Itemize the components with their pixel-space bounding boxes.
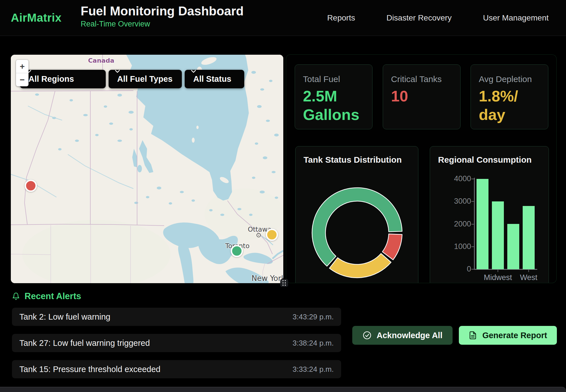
stat-value-line: Gallons <box>303 105 359 124</box>
alert-time: 3:38:24 p.m. <box>292 339 334 348</box>
bar-region-0 <box>477 179 488 269</box>
stat-label: Total Fuel <box>303 74 340 84</box>
recent-alerts-heading: Recent Alerts <box>12 291 81 301</box>
chevron-down-icon <box>191 70 196 73</box>
y-tick-label: 0 <box>430 265 471 273</box>
alert-time: 3:33:24 p.m. <box>292 365 334 374</box>
map-zoom-control: + − <box>16 60 28 86</box>
map-label-new-york: New York <box>251 274 283 283</box>
regional-consumption-chart-card: Regional Consumption 01000200030004000Mi… <box>430 146 549 283</box>
chart-title: Tank Status Distribution <box>304 155 402 165</box>
alert-time: 3:43:29 p.m. <box>292 313 334 321</box>
acknowledge-all-label: Acknowledge All <box>377 331 443 340</box>
bar-region-1 <box>492 201 504 269</box>
check-circle-icon <box>363 331 372 340</box>
bell-icon <box>12 292 20 301</box>
alert-row[interactable]: Tank 2: Low fuel warning 3:43:29 p.m. <box>12 308 341 326</box>
x-tick-label: West <box>506 273 551 282</box>
alert-message: Tank 27: Low fuel warning triggered <box>19 338 150 348</box>
map-marker-normal[interactable] <box>231 245 243 257</box>
page-title: Fuel Monitoring Dashboard <box>81 4 244 19</box>
stat-card-total-fuel: Total Fuel 2.5M Gallons <box>295 64 372 129</box>
stat-value: 2.5M Gallons <box>303 87 359 124</box>
chevron-down-icon <box>115 70 120 73</box>
stat-value-line: 2.5M <box>303 87 359 105</box>
region-filter-value: All Regions <box>28 74 74 84</box>
stat-value-line: 1.8%/ <box>479 87 518 105</box>
stat-value: 1.8%/ day <box>479 87 518 124</box>
bottom-scrollbar[interactable] <box>0 387 566 392</box>
acknowledge-all-button[interactable]: Acknowledge All <box>352 326 453 345</box>
overview-panel: Total Fuel 2.5M Gallons Critical Tanks 1… <box>286 54 557 283</box>
fuel-type-filter-select[interactable]: All Fuel Types <box>109 70 182 88</box>
nav-item-user-management[interactable]: User Management <box>483 13 549 23</box>
bar-region-2 <box>507 224 519 269</box>
stat-card-avg-depletion: Avg Depletion 1.8%/ day <box>471 64 548 129</box>
generate-report-label: Generate Report <box>482 331 547 340</box>
y-tick-mark <box>471 224 474 224</box>
fuel-type-filter-value: All Fuel Types <box>117 74 172 84</box>
y-tick-mark <box>471 201 474 202</box>
ottawa-town-icon <box>256 233 261 237</box>
generate-report-button[interactable]: Generate Report <box>459 326 557 345</box>
y-tick-label: 3000 <box>430 197 471 206</box>
map-label-country: Canada <box>88 57 114 64</box>
brand-logo: AirMatrix <box>11 11 62 24</box>
map-marker-warning[interactable] <box>266 229 278 241</box>
nav-item-reports[interactable]: Reports <box>327 13 355 23</box>
drag-handle-icon[interactable] <box>280 279 288 287</box>
map-marker-critical[interactable] <box>25 180 37 192</box>
recent-alerts-title: Recent Alerts <box>25 291 81 301</box>
alert-row[interactable]: Tank 27: Low fuel warning triggered 3:38… <box>12 334 341 352</box>
doughnut-chart <box>308 184 406 282</box>
x-tick-mark <box>498 270 498 272</box>
tank-status-chart-card: Tank Status Distribution <box>295 146 418 283</box>
bar-region-3 <box>523 206 535 269</box>
y-tick-label: 4000 <box>430 174 471 183</box>
y-tick-mark <box>471 246 474 247</box>
stat-value-line: 10 <box>391 87 408 105</box>
x-tick-mark <box>528 270 529 272</box>
map-canvas[interactable]: Canada Ottawa Toronto New York + − All R… <box>11 55 283 283</box>
status-filter-select[interactable]: All Status <box>185 70 244 88</box>
status-filter-value: All Status <box>193 74 231 84</box>
chart-title: Regional Consumption <box>438 155 532 165</box>
stat-label: Avg Depletion <box>479 74 532 84</box>
alert-row[interactable]: Tank 15: Pressure threshold exceeded 3:3… <box>12 360 341 378</box>
doughnut-slice-critical <box>382 234 402 260</box>
y-tick-label: 2000 <box>430 220 471 228</box>
alert-message: Tank 15: Pressure threshold exceeded <box>19 365 160 374</box>
stat-value-line: day <box>479 105 518 124</box>
alert-message: Tank 2: Low fuel warning <box>19 312 110 322</box>
zoom-in-button[interactable]: + <box>16 60 28 73</box>
title-block: Fuel Monitoring Dashboard Real-Time Over… <box>81 4 244 28</box>
doughnut-slice-warning <box>329 254 391 278</box>
document-icon <box>469 331 477 340</box>
zoom-out-button[interactable]: − <box>16 73 28 86</box>
stat-label: Critical Tanks <box>391 74 442 84</box>
region-filter-select[interactable]: All Regions <box>20 70 106 88</box>
stat-card-critical-tanks: Critical Tanks 10 <box>383 64 461 129</box>
y-tick-mark <box>471 179 474 179</box>
stat-value: 10 <box>391 87 408 105</box>
page-subtitle: Real-Time Overview <box>81 20 244 28</box>
main-nav: Reports Disaster Recovery User Managemen… <box>327 0 549 36</box>
header: AirMatrix Fuel Monitoring Dashboard Real… <box>0 0 566 36</box>
nav-item-disaster-recovery[interactable]: Disaster Recovery <box>386 13 452 23</box>
y-tick-mark <box>471 269 474 270</box>
y-tick-label: 1000 <box>430 242 471 251</box>
